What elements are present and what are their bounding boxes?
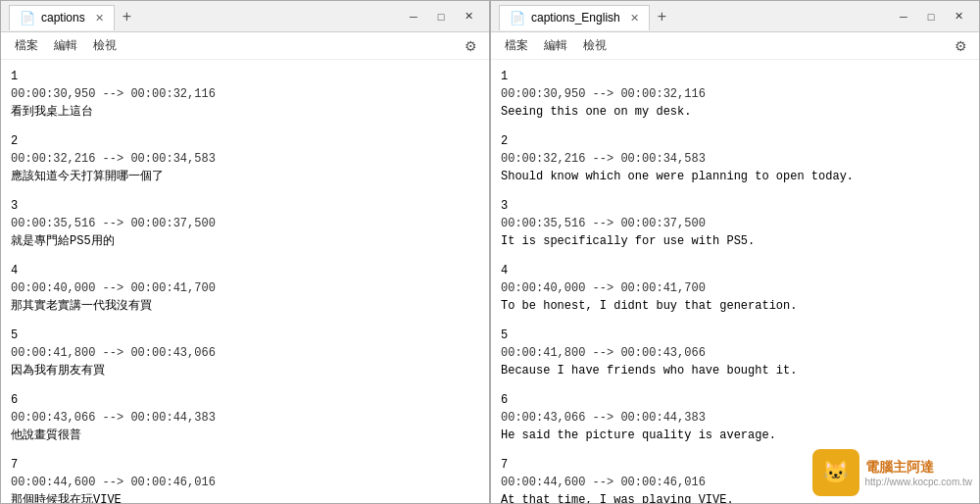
right-close-button[interactable]: ✕ xyxy=(946,6,971,27)
subtitle-number: 6 xyxy=(501,391,969,409)
watermark-url: http://www.kocpc.com.tw xyxy=(865,477,972,487)
subtitle-number: 7 xyxy=(11,456,479,474)
left-tab[interactable]: 📄 captions ✕ xyxy=(9,5,115,30)
subtitle-time: 00:00:30,950 --> 00:00:32,116 xyxy=(501,85,969,103)
subtitle-time: 00:00:43,066 --> 00:00:44,383 xyxy=(11,409,479,427)
subtitle-block: 500:00:41,800 --> 00:00:43,066因為我有朋友有買 xyxy=(11,327,479,379)
left-close-button[interactable]: ✕ xyxy=(456,6,481,27)
subtitle-time: 00:00:32,216 --> 00:00:34,583 xyxy=(11,150,479,168)
subtitle-block: 200:00:32,216 --> 00:00:34,583應該知道今天打算開哪… xyxy=(11,132,479,185)
left-menu-file[interactable]: 檔案 xyxy=(7,34,46,57)
left-minimize-button[interactable]: ─ xyxy=(401,6,426,27)
file-icon-right: 📄 xyxy=(510,11,525,25)
right-tab-close[interactable]: ✕ xyxy=(630,12,639,25)
subtitle-time: 00:00:43,066 --> 00:00:44,383 xyxy=(501,409,969,427)
subtitle-block: 100:00:30,950 --> 00:00:32,116看到我桌上這台 xyxy=(11,68,479,121)
right-new-tab-button[interactable]: + xyxy=(654,8,670,25)
subtitle-time: 00:00:41,800 --> 00:00:43,066 xyxy=(11,344,479,362)
subtitle-block: 100:00:30,950 --> 00:00:32,116Seeing thi… xyxy=(501,68,969,121)
left-window: 📄 captions ✕ + ─ □ ✕ 檔案 編輯 檢視 ⚙ 100:00:3… xyxy=(0,0,490,504)
subtitle-time: 00:00:41,800 --> 00:00:43,066 xyxy=(501,344,969,362)
subtitle-time: 00:00:40,000 --> 00:00:41,700 xyxy=(11,279,479,297)
right-tab-label: captions_English xyxy=(531,11,620,25)
subtitle-number: 6 xyxy=(11,391,479,409)
right-maximize-button[interactable]: □ xyxy=(918,6,944,27)
subtitle-block: 700:00:44,600 --> 00:00:46,016那個時候我在玩VIV… xyxy=(11,456,479,503)
subtitle-text: 那其實老實講一代我沒有買 xyxy=(11,297,479,315)
subtitle-number: 2 xyxy=(501,132,969,150)
left-content: 100:00:30,950 --> 00:00:32,116看到我桌上這台200… xyxy=(1,60,489,503)
subtitle-time: 00:00:44,600 --> 00:00:46,016 xyxy=(11,474,479,491)
subtitle-block: 500:00:41,800 --> 00:00:43,066Because I … xyxy=(501,327,969,379)
subtitle-text: 那個時候我在玩VIVE xyxy=(11,491,479,503)
right-content: 100:00:30,950 --> 00:00:32,116Seeing thi… xyxy=(491,60,979,503)
left-tab-bar: 📄 captions ✕ + xyxy=(9,4,401,29)
left-maximize-button[interactable]: □ xyxy=(428,6,454,27)
subtitle-block: 300:00:35,516 --> 00:00:37,500It is spec… xyxy=(501,197,969,250)
subtitle-text: Should know which one were planning to o… xyxy=(501,168,969,185)
right-title-bar: 📄 captions_English ✕ + ─ □ ✕ xyxy=(491,1,979,32)
right-window-controls: ─ □ ✕ xyxy=(891,6,971,27)
subtitle-text: To be honest, I didnt buy that generatio… xyxy=(501,297,969,315)
left-title-bar: 📄 captions ✕ + ─ □ ✕ xyxy=(1,1,489,32)
subtitle-number: 1 xyxy=(501,68,969,85)
watermark-name: 電腦主阿達 xyxy=(865,459,972,477)
subtitle-text: It is specifically for use with PS5. xyxy=(501,232,969,250)
subtitle-time: 00:00:35,516 --> 00:00:37,500 xyxy=(501,215,969,232)
subtitle-number: 4 xyxy=(501,262,969,279)
subtitle-block: 400:00:40,000 --> 00:00:41,700那其實老實講一代我沒… xyxy=(11,262,479,315)
left-menu-view[interactable]: 檢視 xyxy=(85,34,124,57)
subtitle-number: 4 xyxy=(11,262,479,279)
subtitle-time: 00:00:40,000 --> 00:00:41,700 xyxy=(501,279,969,297)
watermark: 🐱 電腦主阿達 http://www.kocpc.com.tw xyxy=(812,449,972,496)
subtitle-block: 400:00:40,000 --> 00:00:41,700To be hone… xyxy=(501,262,969,315)
left-menu-bar: 檔案 編輯 檢視 ⚙ xyxy=(1,32,489,60)
subtitle-block: 600:00:43,066 --> 00:00:44,383He said th… xyxy=(501,391,969,444)
left-window-controls: ─ □ ✕ xyxy=(401,6,481,27)
file-icon: 📄 xyxy=(20,11,35,25)
subtitle-text: 就是專門給PS5用的 xyxy=(11,232,479,250)
subtitle-time: 00:00:35,516 --> 00:00:37,500 xyxy=(11,215,479,232)
subtitle-number: 2 xyxy=(11,132,479,150)
subtitle-block: 600:00:43,066 --> 00:00:44,383他說畫質很普 xyxy=(11,391,479,444)
right-tab[interactable]: 📄 captions_English ✕ xyxy=(499,5,650,30)
right-gear-icon[interactable]: ⚙ xyxy=(949,35,973,57)
subtitle-text: 因為我有朋友有買 xyxy=(11,362,479,379)
right-menu-file[interactable]: 檔案 xyxy=(497,34,536,57)
subtitle-time: 00:00:30,950 --> 00:00:32,116 xyxy=(11,85,479,103)
watermark-logo: 🐱 xyxy=(812,449,859,496)
subtitle-block: 300:00:35,516 --> 00:00:37,500就是專門給PS5用的 xyxy=(11,197,479,250)
right-minimize-button[interactable]: ─ xyxy=(891,6,916,27)
subtitle-number: 3 xyxy=(501,197,969,215)
subtitle-text: He said the picture quality is average. xyxy=(501,427,969,444)
left-menu-edit[interactable]: 編輯 xyxy=(46,34,85,57)
subtitle-text: 看到我桌上這台 xyxy=(11,103,479,121)
subtitle-text: 應該知道今天打算開哪一個了 xyxy=(11,168,479,185)
watermark-text: 電腦主阿達 http://www.kocpc.com.tw xyxy=(865,459,972,487)
left-tab-label: captions xyxy=(41,11,85,25)
left-gear-icon[interactable]: ⚙ xyxy=(459,35,483,57)
right-menu-edit[interactable]: 編輯 xyxy=(536,34,575,57)
subtitle-text: Because I have friends who have bought i… xyxy=(501,362,969,379)
subtitle-number: 1 xyxy=(11,68,479,85)
subtitle-time: 00:00:32,216 --> 00:00:34,583 xyxy=(501,150,969,168)
left-new-tab-button[interactable]: + xyxy=(119,8,135,25)
left-tab-close[interactable]: ✕ xyxy=(95,12,104,25)
subtitle-number: 3 xyxy=(11,197,479,215)
subtitle-text: 他說畫質很普 xyxy=(11,427,479,444)
subtitle-text: Seeing this one on my desk. xyxy=(501,103,969,121)
subtitle-number: 5 xyxy=(11,327,479,344)
right-tab-bar: 📄 captions_English ✕ + xyxy=(499,4,891,29)
right-window: 📄 captions_English ✕ + ─ □ ✕ 檔案 編輯 檢視 ⚙ … xyxy=(490,0,980,504)
right-menu-bar: 檔案 編輯 檢視 ⚙ xyxy=(491,32,979,60)
subtitle-block: 200:00:32,216 --> 00:00:34,583Should kno… xyxy=(501,132,969,185)
right-menu-view[interactable]: 檢視 xyxy=(575,34,614,57)
subtitle-number: 5 xyxy=(501,327,969,344)
